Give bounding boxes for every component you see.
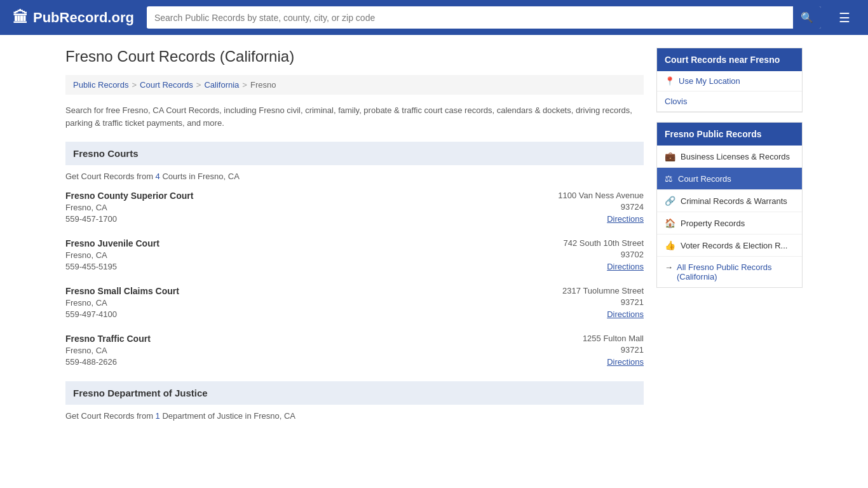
court-name: Fresno Traffic Court bbox=[65, 334, 517, 344]
court-address-line2: 93724 bbox=[517, 202, 644, 212]
court-address: 742 South 10th Street 93702 Directions bbox=[517, 238, 644, 271]
directions-link[interactable]: Directions bbox=[607, 309, 644, 319]
search-icon: 🔍 bbox=[801, 12, 813, 23]
breadcrumb-public-records[interactable]: Public Records bbox=[73, 80, 128, 90]
doj-section-subtext: Get Court Records from 1 Department of J… bbox=[65, 411, 644, 421]
courts-count-link[interactable]: 4 bbox=[156, 172, 160, 181]
menu-button[interactable]: ☰ bbox=[834, 8, 855, 28]
page-description: Search for free Fresno, CA Court Records… bbox=[65, 104, 644, 129]
breadcrumb-sep-1: > bbox=[132, 80, 137, 90]
record-icon: 💼 bbox=[665, 151, 675, 161]
court-address: 1255 Fulton Mall 93721 Directions bbox=[517, 334, 644, 367]
breadcrumb-fresno: Fresno bbox=[250, 80, 276, 90]
court-info: Fresno County Superior Court Fresno, CA … bbox=[65, 191, 517, 224]
record-label: Criminal Records & Warrants bbox=[681, 196, 787, 206]
court-address: 2317 Tuolumne Street 93721 Directions bbox=[517, 286, 644, 319]
nearby-city-clovis[interactable]: Clovis bbox=[657, 92, 802, 112]
court-address-line1: 1100 Van Ness Avenue bbox=[517, 191, 644, 200]
header: 🏛 PubRecord.org 🔍 ☰ bbox=[0, 0, 868, 35]
all-records-arrow: → bbox=[665, 262, 673, 272]
main-content: Fresno Court Records (California) Public… bbox=[65, 48, 644, 430]
court-city: Fresno, CA bbox=[65, 298, 517, 308]
breadcrumb-sep-3: > bbox=[242, 80, 247, 90]
court-address-line1: 1255 Fulton Mall bbox=[517, 334, 644, 343]
sidebar-record-item[interactable]: 👍 Voter Records & Election R... bbox=[657, 234, 802, 257]
record-label: Property Records bbox=[681, 219, 745, 228]
public-records-box: Fresno Public Records 💼 Business License… bbox=[656, 122, 803, 288]
court-address-line2: 93721 bbox=[517, 345, 644, 355]
use-my-location-item[interactable]: 📍 Use My Location bbox=[657, 71, 802, 92]
court-info: Fresno Traffic Court Fresno, CA 559-488-… bbox=[65, 334, 517, 367]
page-title: Fresno Court Records (California) bbox=[65, 48, 644, 65]
logo-text: PubRecord.org bbox=[33, 10, 134, 26]
use-my-location-label: Use My Location bbox=[679, 76, 740, 86]
courts-section-header: Fresno Courts bbox=[65, 142, 644, 165]
court-address-line2: 93721 bbox=[517, 297, 644, 307]
court-info: Fresno Juvenile Court Fresno, CA 559-455… bbox=[65, 238, 517, 271]
court-name: Fresno Juvenile Court bbox=[65, 238, 517, 248]
court-phone: 559-455-5195 bbox=[65, 262, 517, 271]
court-name: Fresno County Superior Court bbox=[65, 191, 517, 201]
nearby-courts-box: Court Records near Fresno 📍 Use My Locat… bbox=[656, 48, 803, 112]
sidebar-record-item[interactable]: ⚖ Court Records bbox=[657, 168, 802, 190]
page-container: Fresno Court Records (California) Public… bbox=[53, 35, 815, 443]
record-icon: 🔗 bbox=[665, 196, 675, 206]
court-phone: 559-488-2626 bbox=[65, 357, 517, 367]
court-address-line2: 93702 bbox=[517, 250, 644, 259]
directions-link[interactable]: Directions bbox=[607, 262, 644, 271]
record-label: Business Licenses & Records bbox=[681, 152, 790, 161]
court-entry: Fresno County Superior Court Fresno, CA … bbox=[65, 191, 644, 227]
nearby-courts-title: Court Records near Fresno bbox=[657, 48, 802, 71]
sidebar-record-item[interactable]: 🏠 Property Records bbox=[657, 212, 802, 234]
court-address-line1: 742 South 10th Street bbox=[517, 238, 644, 248]
courts-list: Fresno County Superior Court Fresno, CA … bbox=[65, 191, 644, 370]
menu-icon: ☰ bbox=[839, 11, 850, 25]
breadcrumb: Public Records > Court Records > Califor… bbox=[65, 75, 644, 95]
record-icon: 👍 bbox=[665, 240, 675, 250]
location-icon: 📍 bbox=[665, 76, 675, 86]
breadcrumb-california[interactable]: California bbox=[204, 80, 239, 90]
logo-icon: 🏛 bbox=[13, 9, 28, 27]
record-label: Court Records bbox=[678, 174, 731, 184]
search-button[interactable]: 🔍 bbox=[793, 6, 821, 29]
directions-link[interactable]: Directions bbox=[607, 357, 644, 367]
court-address: 1100 Van Ness Avenue 93724 Directions bbox=[517, 191, 644, 224]
court-name: Fresno Small Claims Court bbox=[65, 286, 517, 296]
search-bar: 🔍 bbox=[147, 6, 821, 29]
record-icon: ⚖ bbox=[665, 173, 673, 184]
court-entry: Fresno Traffic Court Fresno, CA 559-488-… bbox=[65, 334, 644, 370]
directions-link[interactable]: Directions bbox=[607, 214, 644, 224]
search-input[interactable] bbox=[147, 8, 793, 28]
court-city: Fresno, CA bbox=[65, 203, 517, 212]
doj-count-link[interactable]: 1 bbox=[156, 411, 160, 421]
record-icon: 🏠 bbox=[665, 218, 675, 228]
clovis-link[interactable]: Clovis bbox=[665, 97, 687, 106]
sidebar-records-list: 💼 Business Licenses & Records ⚖ Court Re… bbox=[657, 146, 802, 257]
court-info: Fresno Small Claims Court Fresno, CA 559… bbox=[65, 286, 517, 319]
sidebar: Court Records near Fresno 📍 Use My Locat… bbox=[656, 48, 803, 430]
court-entry: Fresno Small Claims Court Fresno, CA 559… bbox=[65, 286, 644, 322]
court-phone: 559-457-1700 bbox=[65, 214, 517, 224]
breadcrumb-sep-2: > bbox=[196, 80, 201, 90]
sidebar-record-item[interactable]: 🔗 Criminal Records & Warrants bbox=[657, 190, 802, 212]
court-entry: Fresno Juvenile Court Fresno, CA 559-455… bbox=[65, 238, 644, 274]
public-records-title: Fresno Public Records bbox=[657, 123, 802, 146]
court-city: Fresno, CA bbox=[65, 250, 517, 260]
all-records-item: → All Fresno Public Records (California) bbox=[657, 257, 802, 287]
doj-section-header: Fresno Department of Justice bbox=[65, 381, 644, 405]
breadcrumb-court-records[interactable]: Court Records bbox=[140, 80, 193, 90]
all-records-link[interactable]: All Fresno Public Records (California) bbox=[677, 262, 794, 281]
court-city: Fresno, CA bbox=[65, 346, 517, 355]
record-label: Voter Records & Election R... bbox=[681, 241, 787, 250]
court-address-line1: 2317 Tuolumne Street bbox=[517, 286, 644, 295]
sidebar-record-item[interactable]: 💼 Business Licenses & Records bbox=[657, 146, 802, 168]
court-phone: 559-497-4100 bbox=[65, 309, 517, 319]
site-logo[interactable]: 🏛 PubRecord.org bbox=[13, 9, 134, 27]
courts-section-subtext: Get Court Records from 4 Courts in Fresn… bbox=[65, 172, 644, 181]
